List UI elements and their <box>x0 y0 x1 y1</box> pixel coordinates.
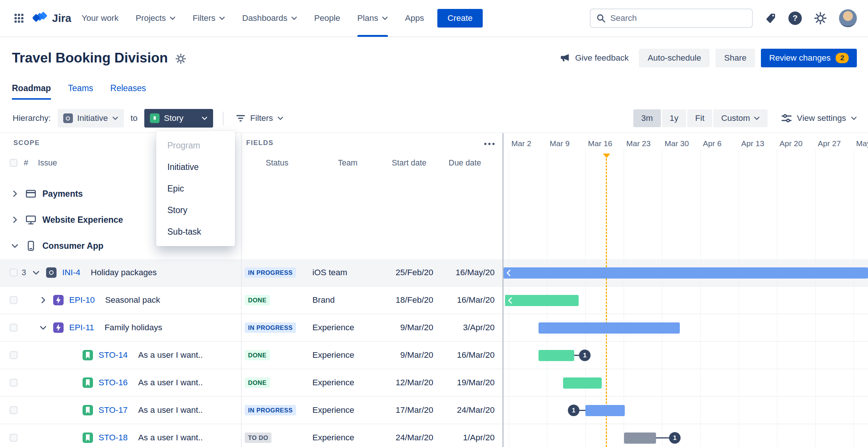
scope-group-label: Website Experience <box>42 215 123 225</box>
today-marker-icon <box>603 154 610 158</box>
status-cell: DONE <box>242 342 312 369</box>
issue-row-sto-17[interactable]: STO-17As a user I want..IN PROGRESSExper… <box>0 397 868 424</box>
status-badge: IN PROGRESS <box>245 405 296 416</box>
scope-group-payments[interactable]: Payments <box>0 181 868 207</box>
chevron-down-icon[interactable] <box>39 323 48 332</box>
issue-key-link[interactable]: INI-4 <box>62 268 80 277</box>
scope-fields-divider[interactable] <box>241 133 242 447</box>
dependency-badge[interactable]: 1 <box>669 432 681 444</box>
hierarchy-to-dropdown-trigger[interactable]: Story <box>144 109 213 128</box>
issue-key-link[interactable]: EPI-10 <box>69 295 95 305</box>
auto-schedule-button[interactable]: Auto-schedule <box>639 49 710 67</box>
plan-settings-gear-icon[interactable] <box>175 53 186 64</box>
menu-item-epic[interactable]: Epic <box>156 178 235 199</box>
schedule-bar-sto-16[interactable] <box>563 377 602 389</box>
team-cell: Experience <box>312 314 383 341</box>
chevron-right-icon[interactable] <box>10 189 19 198</box>
bar-continues-left-icon <box>505 269 514 277</box>
status-badge: DONE <box>245 350 270 361</box>
schedule-bar-sto-18[interactable] <box>624 432 656 444</box>
tab-releases[interactable]: Releases <box>110 83 146 100</box>
tab-teams[interactable]: Teams <box>68 83 93 100</box>
issue-summary: Holiday packages <box>91 268 157 277</box>
start-date-cell: 17/Mar/20 <box>383 397 433 424</box>
menu-item-initiative[interactable]: Initiative <box>156 156 235 178</box>
story-icon <box>83 432 93 443</box>
zoom-custom-button[interactable]: Custom <box>713 109 768 127</box>
menu-item-program[interactable]: Program <box>156 135 235 156</box>
team-cell: Experience <box>312 369 383 396</box>
jira-logo[interactable]: Jira <box>33 10 71 26</box>
status-cell: DONE <box>242 287 312 313</box>
issue-summary: As a user I want.. <box>138 350 203 360</box>
nav-plans[interactable]: Plans <box>357 0 388 37</box>
share-button[interactable]: Share <box>716 49 755 67</box>
team-cell: Brand <box>312 287 383 313</box>
nav-people[interactable]: People <box>314 0 340 37</box>
scope-group-website-experience[interactable]: Website Experience <box>0 207 868 233</box>
status-badge: DONE <box>245 377 270 388</box>
toolbar-right: 3m 1y Fit Custom View settings <box>633 109 857 127</box>
tag-icon[interactable] <box>765 12 777 24</box>
app-switcher-icon[interactable] <box>11 10 27 26</box>
plan-header: Travel Booking Division Give feedback Au… <box>0 40 868 76</box>
schedule-bar-epi-11[interactable] <box>539 322 680 334</box>
nav-your-work[interactable]: Your work <box>82 0 119 37</box>
search-box[interactable] <box>590 9 753 28</box>
issue-row-sto-14[interactable]: STO-14As a user I want..DONEExperience9/… <box>0 342 868 369</box>
credit-card-icon <box>25 188 36 199</box>
schedule-bar-sto-14[interactable] <box>539 350 574 361</box>
dependency-badge[interactable]: 1 <box>568 405 579 416</box>
filters-dropdown[interactable]: Filters <box>233 113 286 123</box>
hierarchy-from-dropdown[interactable]: Initiative <box>58 109 124 128</box>
chevron-down-icon[interactable] <box>32 268 41 277</box>
search-input[interactable] <box>610 13 746 23</box>
due-date-cell: 19/Mar/20 <box>435 369 495 396</box>
issue-row-sto-18[interactable]: STO-18As a user I want..TO DOExperience2… <box>0 424 868 447</box>
issue-key-link[interactable]: EPI-11 <box>69 323 94 332</box>
team-cell: Experience <box>312 342 383 369</box>
issue-key-link[interactable]: STO-16 <box>99 378 128 387</box>
issue-row-ini-4[interactable]: 3INI-4Holiday packagesIN PROGRESSiOS tea… <box>0 259 868 287</box>
schedule-bar-ini-4[interactable] <box>504 267 868 279</box>
scope-group-consumer-app[interactable]: Consumer App <box>0 233 868 259</box>
schedule-bar-sto-17[interactable] <box>585 405 625 416</box>
help-icon[interactable]: ? <box>788 12 802 25</box>
chevron-down-icon[interactable] <box>10 241 19 250</box>
nav-dashboards[interactable]: Dashboards <box>242 0 297 37</box>
child-count: 3 <box>22 268 26 277</box>
fields-timeline-divider[interactable] <box>502 133 504 447</box>
chevron-right-icon[interactable] <box>10 215 19 224</box>
issue-key-link[interactable]: STO-14 <box>99 350 128 360</box>
issue-key-link[interactable]: STO-18 <box>99 433 128 443</box>
issue-scope-cell: EPI-10Seasonal pack <box>0 287 240 313</box>
issue-row-sto-16[interactable]: STO-16As a user I want..DONEExperience12… <box>0 369 868 397</box>
initiative-icon <box>63 113 73 123</box>
tab-roadmap[interactable]: Roadmap <box>12 83 51 100</box>
nav-apps[interactable]: Apps <box>405 0 424 37</box>
give-feedback-button[interactable]: Give feedback <box>555 49 633 67</box>
review-changes-button[interactable]: Review changes 2 <box>761 49 857 67</box>
avatar[interactable] <box>839 9 857 27</box>
issue-key-link[interactable]: STO-17 <box>99 405 128 415</box>
nav-filters[interactable]: Filters <box>193 0 225 37</box>
dependency-badge[interactable]: 1 <box>579 350 591 361</box>
start-date-cell: 12/Mar/20 <box>383 369 433 396</box>
megaphone-icon <box>559 52 570 64</box>
schedule-bar-epi-10[interactable] <box>505 295 579 306</box>
zoom-fit-button[interactable]: Fit <box>687 109 712 127</box>
due-date-cell: 3/Apr/20 <box>435 314 495 341</box>
settings-gear-icon[interactable] <box>814 12 827 25</box>
zoom-3m-button[interactable]: 3m <box>633 109 660 127</box>
timeline-bar-lane: 1 <box>504 397 868 424</box>
issue-row-epi-10[interactable]: EPI-10Seasonal packDONEBrand18/Feb/2016/… <box>0 287 868 314</box>
create-button[interactable]: Create <box>437 9 483 28</box>
chevron-right-icon[interactable] <box>39 296 48 305</box>
scope-group-label: Consumer App <box>42 241 103 251</box>
nav-projects[interactable]: Projects <box>136 0 176 37</box>
zoom-1y-button[interactable]: 1y <box>662 109 687 127</box>
view-settings-button[interactable]: View settings <box>781 113 857 124</box>
issue-row-epi-11[interactable]: EPI-11Family holidaysIN PROGRESSExperien… <box>0 314 868 342</box>
menu-item-subtask[interactable]: Sub-task <box>156 221 235 242</box>
menu-item-story[interactable]: Story <box>156 199 235 221</box>
